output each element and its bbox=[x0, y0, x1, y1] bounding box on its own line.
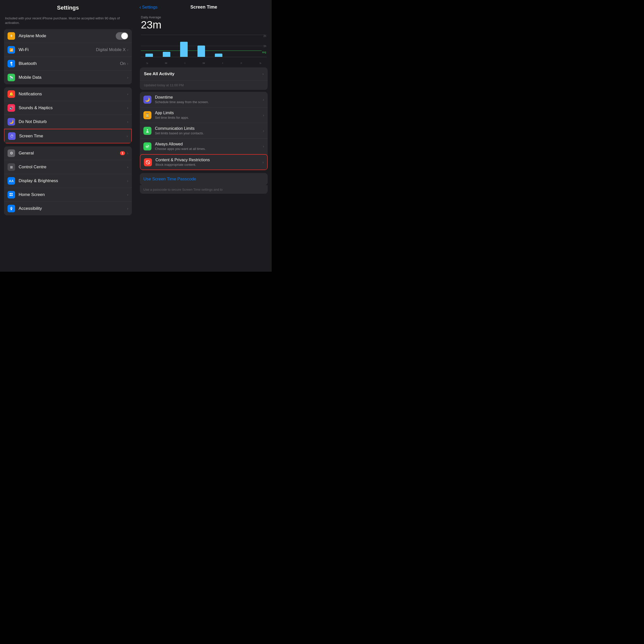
app-limits-subtitle: Set time limits for apps. bbox=[155, 116, 263, 119]
screen-time-icon: ⏱ bbox=[8, 132, 16, 140]
mobile-data-label: Mobile Data bbox=[19, 75, 127, 80]
always-allowed-title: Always Allowed bbox=[155, 142, 263, 146]
svg-rect-2 bbox=[10, 195, 11, 196]
see-all-chevron: › bbox=[262, 72, 264, 76]
back-chevron-icon: ‹ bbox=[139, 4, 141, 10]
svg-point-5 bbox=[147, 129, 148, 131]
accessibility-row[interactable]: Accessibility › bbox=[4, 202, 132, 215]
always-allowed-content: Always Allowed Choose apps you want at a… bbox=[155, 142, 263, 151]
communication-title: Communication Limits bbox=[155, 126, 263, 131]
accessibility-chevron: › bbox=[127, 207, 128, 211]
downtime-chevron: › bbox=[263, 98, 264, 102]
general-row[interactable]: ⚙ General 1 › bbox=[4, 146, 132, 160]
screen-time-title: Screen Time bbox=[190, 5, 217, 10]
updated-text: Updated today at 11:00 PM bbox=[144, 83, 184, 87]
content-privacy-subtitle: Block inappropriate content. bbox=[155, 163, 262, 167]
features-section: 🌙 Downtime Schedule time away from the s… bbox=[140, 92, 268, 170]
daily-avg-value: 23m bbox=[141, 19, 267, 31]
bluetooth-row[interactable]: Bluetooth On › bbox=[4, 57, 132, 71]
airplane-icon: ✈ bbox=[8, 32, 15, 40]
accessibility-icon bbox=[8, 205, 15, 212]
settings-panel: Settings Included with your recent iPhon… bbox=[0, 0, 136, 272]
notifications-row[interactable]: 🔔 Notifications › bbox=[4, 87, 132, 101]
mobile-data-row[interactable]: 📡 Mobile Data › bbox=[4, 71, 132, 84]
wifi-label: Wi-Fi bbox=[19, 47, 96, 52]
content-privacy-content: Content & Privacy Restrictions Block ina… bbox=[155, 158, 262, 167]
app-limits-row[interactable]: ⏳ App Limits Set time limits for apps. › bbox=[140, 107, 268, 123]
sounds-label: Sounds & Haptics bbox=[19, 105, 127, 110]
bar-t2 bbox=[211, 35, 227, 57]
control-centre-row[interactable]: ⊞ Control Centre › bbox=[4, 160, 132, 174]
bar-s2 bbox=[245, 35, 262, 57]
back-button[interactable]: ‹ Settings bbox=[139, 4, 157, 10]
bluetooth-icon bbox=[8, 60, 15, 67]
stats-section: Daily Average 23m bbox=[136, 12, 272, 32]
chart-bars bbox=[136, 35, 267, 57]
communication-icon bbox=[143, 127, 151, 135]
svg-rect-3 bbox=[11, 195, 13, 196]
dnd-icon: 🌙 bbox=[8, 118, 15, 126]
screen-time-header: ‹ Settings Screen Time bbox=[136, 0, 272, 12]
app-limits-icon: ⏳ bbox=[143, 111, 151, 119]
communication-subtitle: Set limits based on your contacts. bbox=[155, 131, 263, 135]
communication-limits-row[interactable]: Communication Limits Set limits based on… bbox=[140, 123, 268, 139]
see-all-row[interactable]: See All Activity › bbox=[140, 67, 268, 81]
dnd-row[interactable]: 🌙 Do Not Disturb › bbox=[4, 115, 132, 129]
app-limits-chevron: › bbox=[263, 113, 264, 117]
svg-rect-0 bbox=[10, 193, 11, 194]
downtime-content: Downtime Schedule time away from the scr… bbox=[155, 95, 263, 104]
passcode-row[interactable]: Use Screen Time Passcode bbox=[140, 173, 268, 185]
wifi-row[interactable]: 📶 Wi-Fi Digital Mobile X › bbox=[4, 43, 132, 57]
display-chevron: › bbox=[127, 179, 128, 183]
back-label: Settings bbox=[142, 5, 157, 10]
display-brightness-row[interactable]: AA Display & Brightness › bbox=[4, 174, 132, 188]
settings-title: Settings bbox=[5, 5, 131, 11]
mobile-data-icon: 📡 bbox=[8, 74, 15, 81]
content-privacy-row[interactable]: Content & Privacy Restrictions Block ina… bbox=[140, 154, 268, 170]
bar-w bbox=[193, 35, 209, 57]
general-label: General bbox=[19, 151, 120, 156]
wifi-icon: 📶 bbox=[8, 46, 15, 54]
airplane-mode-label: Airplane Mode bbox=[19, 33, 116, 38]
connectivity-group: ✈ Airplane Mode 📶 Wi-Fi Digital Mobile X… bbox=[4, 29, 132, 84]
svg-point-4 bbox=[11, 207, 12, 208]
general-group: ⚙ General 1 › ⊞ Control Centre › AA Disp… bbox=[4, 146, 132, 215]
airplane-mode-row[interactable]: ✈ Airplane Mode bbox=[4, 29, 132, 43]
home-screen-label: Home Screen bbox=[19, 192, 127, 197]
content-privacy-chevron: › bbox=[262, 160, 264, 164]
bar-s bbox=[141, 35, 157, 57]
notifications-label: Notifications bbox=[19, 92, 127, 97]
passcode-section: Use Screen Time Passcode bbox=[140, 173, 268, 185]
communication-chevron: › bbox=[263, 129, 264, 133]
notifications-icon: 🔔 bbox=[8, 90, 15, 98]
always-allowed-row[interactable]: Always Allowed Choose apps you want at a… bbox=[140, 139, 268, 154]
wifi-chevron: › bbox=[127, 48, 128, 52]
control-centre-icon: ⊞ bbox=[8, 163, 15, 171]
updated-row: Updated today at 11:00 PM bbox=[140, 81, 268, 90]
bar-m bbox=[158, 35, 175, 57]
sounds-row[interactable]: 🔊 Sounds & Haptics › bbox=[4, 101, 132, 115]
downtime-row[interactable]: 🌙 Downtime Schedule time away from the s… bbox=[140, 92, 268, 107]
sounds-chevron: › bbox=[127, 106, 128, 110]
screen-time-panel: ‹ Settings Screen Time Daily Average 23m… bbox=[136, 0, 272, 272]
downtime-title: Downtime bbox=[155, 95, 263, 100]
svg-line-8 bbox=[146, 161, 149, 164]
accessibility-label: Accessibility bbox=[19, 206, 127, 211]
passcode-desc: Use a passcode to secure Screen Time set… bbox=[140, 185, 268, 194]
always-allowed-chevron: › bbox=[263, 144, 264, 148]
screen-time-chevron: › bbox=[127, 134, 128, 138]
usage-chart: 2h 1h avg bbox=[136, 32, 272, 62]
screen-time-row[interactable]: ⏱ Screen Time › bbox=[4, 129, 132, 143]
bluetooth-label: Bluetooth bbox=[19, 61, 120, 66]
dnd-chevron: › bbox=[127, 120, 128, 124]
airplane-mode-toggle[interactable] bbox=[116, 32, 128, 40]
home-screen-row[interactable]: Home Screen › bbox=[4, 188, 132, 202]
home-screen-chevron: › bbox=[127, 193, 128, 197]
app-limits-content: App Limits Set time limits for apps. bbox=[155, 111, 263, 119]
notifications-group: 🔔 Notifications › 🔊 Sounds & Haptics › 🌙… bbox=[4, 87, 132, 143]
display-label: Display & Brightness bbox=[19, 178, 127, 183]
content-privacy-title: Content & Privacy Restrictions bbox=[155, 158, 262, 162]
content-privacy-icon bbox=[144, 158, 152, 166]
dnd-label: Do Not Disturb bbox=[19, 119, 127, 124]
display-icon: AA bbox=[8, 177, 15, 185]
